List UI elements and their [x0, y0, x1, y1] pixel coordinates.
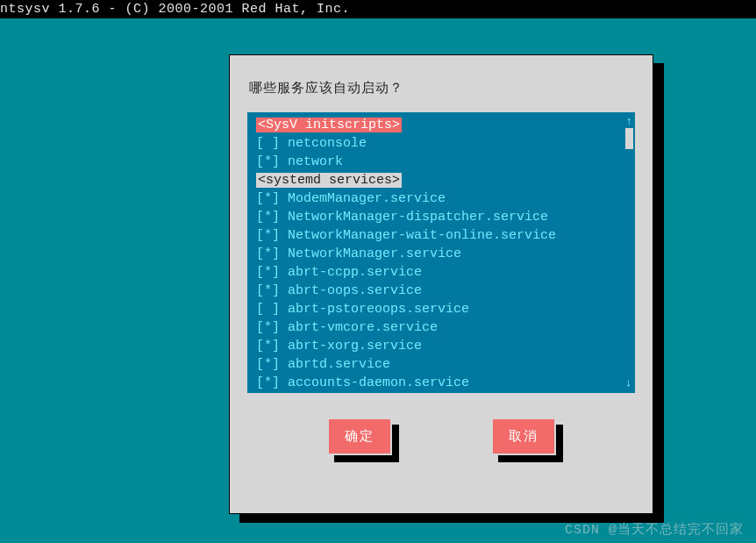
- service-row[interactable]: [*] NetworkManager-wait-online.service: [256, 226, 630, 245]
- button-row: 确定 取消: [242, 418, 640, 455]
- watermark: CSDN @当天不总结完不回家: [565, 521, 744, 538]
- scroll-thumb[interactable]: [625, 128, 633, 149]
- cancel-button[interactable]: 取消: [491, 418, 556, 455]
- scrollbar[interactable]: ↑ ↓: [625, 116, 633, 389]
- section-header: <systemd services>: [256, 173, 402, 188]
- service-row[interactable]: [ ] netconsole: [256, 134, 630, 153]
- services-dialog: 哪些服务应该自动启动？ <SysV initscripts>[ ] netcon…: [229, 54, 653, 514]
- ok-button[interactable]: 确定: [327, 418, 392, 455]
- section-header: <SysV initscripts>: [256, 118, 402, 132]
- dialog-prompt: 哪些服务应该自动启动？: [249, 80, 640, 96]
- service-row[interactable]: [*] ModemManager.service: [256, 189, 630, 208]
- title-bar: ntsysv 1.7.6 - (C) 2000-2001 Red Hat, In…: [0, 0, 756, 18]
- service-row[interactable]: [*] abrt-oops.service: [256, 282, 630, 300]
- service-row[interactable]: [*] abrt-xorg.service: [256, 337, 630, 355]
- service-row[interactable]: [*] NetworkManager.service: [256, 245, 630, 263]
- service-row[interactable]: [*] abrt-vmcore.service: [256, 318, 630, 337]
- services-listbox[interactable]: <SysV initscripts>[ ] netconsole[*] netw…: [247, 112, 635, 393]
- service-row[interactable]: [*] accounts-daemon.service: [256, 374, 630, 392]
- scroll-down-icon[interactable]: ↓: [625, 377, 632, 389]
- service-row[interactable]: [*] network: [256, 153, 630, 171]
- service-row[interactable]: [*] abrtd.service: [256, 355, 630, 374]
- service-row[interactable]: [*] NetworkManager-dispatcher.service: [256, 208, 630, 226]
- service-row[interactable]: [*] abrt-ccpp.service: [256, 263, 630, 282]
- service-row[interactable]: [ ] abrt-pstoreoops.service: [256, 300, 630, 318]
- scroll-up-icon[interactable]: ↑: [625, 116, 633, 128]
